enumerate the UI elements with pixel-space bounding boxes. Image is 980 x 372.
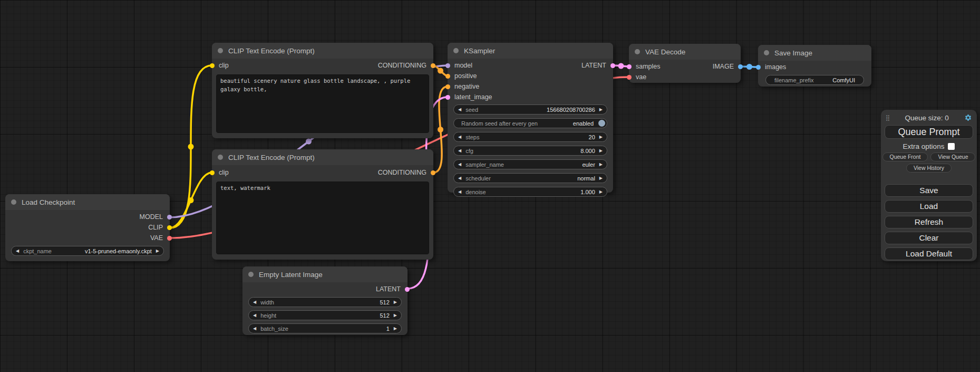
prev-arrow-icon[interactable]: ◀ bbox=[454, 105, 465, 114]
queue-prompt-button[interactable]: Queue Prompt bbox=[885, 125, 973, 139]
filename-prefix-widget[interactable]: filename_prefix ComfyUI bbox=[765, 75, 864, 85]
prev-arrow-icon[interactable]: ◀ bbox=[249, 311, 260, 320]
widget-label: scheduler bbox=[465, 175, 491, 182]
prev-arrow-icon[interactable]: ◀ bbox=[454, 174, 465, 183]
comfyui-canvas[interactable]: { "colors":{ "model":"#B39DDB","clip":"#… bbox=[0, 0, 980, 372]
negative-prompt-textarea[interactable]: text, watermark bbox=[216, 182, 429, 254]
output-label-latent: LATENT bbox=[376, 285, 401, 293]
prev-arrow-icon[interactable]: ◀ bbox=[454, 132, 465, 141]
node-titlebar[interactable]: KSampler bbox=[448, 43, 613, 59]
drag-handle-icon[interactable]: ⣿ bbox=[886, 114, 890, 121]
node-empty-latent-image[interactable]: Empty Latent Image LATENT ◀ width 512 ▶ … bbox=[242, 266, 407, 335]
output-label-model: MODEL bbox=[140, 213, 163, 221]
save-button[interactable]: Save bbox=[885, 184, 973, 197]
view-queue-button[interactable]: View Queue bbox=[930, 152, 975, 161]
output-port-latent[interactable] bbox=[405, 287, 410, 292]
input-port-latent-image[interactable] bbox=[445, 95, 450, 100]
next-arrow-icon[interactable]: ▶ bbox=[595, 132, 607, 141]
prev-arrow-icon[interactable]: ◀ bbox=[249, 298, 260, 307]
node-titlebar[interactable]: VAE Decode bbox=[629, 44, 741, 60]
collapse-dot-icon[interactable] bbox=[635, 49, 640, 54]
next-arrow-icon[interactable]: ▶ bbox=[595, 105, 607, 114]
input-port-vae[interactable] bbox=[627, 75, 632, 80]
prev-arrow-icon[interactable]: ◀ bbox=[454, 160, 465, 169]
node-titlebar[interactable]: CLIP Text Encode (Prompt) bbox=[212, 149, 433, 165]
width-widget[interactable]: ◀ width 512 ▶ bbox=[248, 297, 402, 307]
output-port-clip[interactable] bbox=[167, 225, 172, 230]
load-button[interactable]: Load bbox=[885, 200, 973, 213]
steps-widget[interactable]: ◀ steps 20 ▶ bbox=[453, 132, 607, 142]
input-port-clip[interactable] bbox=[210, 63, 215, 68]
output-port-conditioning[interactable] bbox=[431, 170, 435, 175]
input-port-positive[interactable] bbox=[445, 74, 450, 79]
collapse-dot-icon[interactable] bbox=[453, 48, 459, 53]
refresh-button[interactable]: Refresh bbox=[885, 216, 973, 228]
widget-value: euler bbox=[582, 161, 595, 168]
scheduler-widget[interactable]: ◀ scheduler normal ▶ bbox=[453, 173, 607, 183]
next-arrow-icon[interactable]: ▶ bbox=[595, 146, 607, 155]
queue-panel[interactable]: ⣿ Queue size: 0 Queue Prompt Extra optio… bbox=[881, 110, 977, 261]
clear-button[interactable]: Clear bbox=[885, 232, 973, 244]
widget-label: sampler_name bbox=[465, 161, 504, 168]
input-label-clip: clip bbox=[219, 169, 229, 176]
input-port-samples[interactable] bbox=[627, 64, 632, 69]
input-port-model[interactable] bbox=[445, 63, 450, 68]
load-default-button[interactable]: Load Default bbox=[885, 247, 973, 260]
input-port-images[interactable] bbox=[756, 65, 761, 70]
collapse-dot-icon[interactable] bbox=[218, 155, 223, 160]
node-clip-text-encode-negative[interactable]: CLIP Text Encode (Prompt) clip CONDITION… bbox=[212, 149, 433, 260]
node-titlebar[interactable]: Save Image bbox=[758, 45, 871, 61]
ckpt-name-widget[interactable]: ◀ ckpt_name v1-5-pruned-emaonly.ckpt ▶ bbox=[11, 246, 164, 256]
batch-size-widget[interactable]: ◀ batch_size 1 ▶ bbox=[248, 323, 402, 333]
node-load-checkpoint[interactable]: Load Checkpoint MODEL CLIP VAE ◀ ckpt_na… bbox=[5, 194, 170, 261]
next-arrow-icon[interactable]: ▶ bbox=[390, 298, 401, 307]
positive-prompt-textarea[interactable]: beautiful scenery nature glass bottle la… bbox=[216, 74, 429, 133]
node-title: CLIP Text Encode (Prompt) bbox=[228, 154, 315, 161]
node-titlebar[interactable]: Load Checkpoint bbox=[5, 194, 170, 210]
collapse-dot-icon[interactable] bbox=[218, 48, 223, 53]
settings-gear-icon[interactable] bbox=[964, 113, 972, 122]
next-arrow-icon[interactable]: ▶ bbox=[595, 160, 607, 169]
collapse-dot-icon[interactable] bbox=[248, 272, 254, 277]
output-port-image[interactable] bbox=[738, 64, 743, 69]
node-clip-text-encode-positive[interactable]: CLIP Text Encode (Prompt) clip CONDITION… bbox=[212, 43, 433, 138]
widget-label: ckpt_name bbox=[23, 248, 52, 254]
next-arrow-icon[interactable]: ▶ bbox=[595, 174, 607, 183]
cfg-widget[interactable]: ◀ cfg 8.000 ▶ bbox=[453, 146, 607, 156]
seed-widget[interactable]: ◀ seed 156680208700286 ▶ bbox=[453, 104, 607, 115]
next-arrow-icon[interactable]: ▶ bbox=[152, 246, 163, 255]
height-widget[interactable]: ◀ height 512 ▶ bbox=[248, 310, 402, 320]
node-titlebar[interactable]: CLIP Text Encode (Prompt) bbox=[212, 43, 433, 59]
widget-label: batch_size bbox=[260, 326, 288, 332]
input-port-negative[interactable] bbox=[445, 84, 450, 89]
node-save-image[interactable]: Save Image images filename_prefix ComfyU… bbox=[758, 45, 871, 87]
next-arrow-icon[interactable]: ▶ bbox=[390, 324, 401, 333]
output-port-conditioning[interactable] bbox=[431, 63, 435, 68]
prev-arrow-icon[interactable]: ◀ bbox=[12, 246, 23, 255]
node-titlebar[interactable]: Empty Latent Image bbox=[242, 266, 407, 282]
input-port-clip[interactable] bbox=[210, 170, 215, 175]
output-port-latent[interactable] bbox=[610, 63, 615, 68]
prev-arrow-icon[interactable]: ◀ bbox=[454, 187, 465, 196]
prev-arrow-icon[interactable]: ◀ bbox=[454, 146, 465, 155]
denoise-widget[interactable]: ◀ denoise 1.000 ▶ bbox=[453, 187, 607, 197]
output-port-vae[interactable] bbox=[167, 236, 172, 241]
node-title: Load Checkpoint bbox=[22, 198, 75, 206]
node-vae-decode[interactable]: VAE Decode samples IMAGE vae bbox=[629, 44, 741, 83]
collapse-dot-icon[interactable] bbox=[11, 199, 16, 205]
extra-options-checkbox[interactable] bbox=[948, 143, 955, 150]
node-ksampler[interactable]: KSampler model LATENT positive negative … bbox=[448, 43, 613, 193]
widget-label: width bbox=[260, 299, 274, 306]
view-history-button[interactable]: View History bbox=[906, 164, 952, 173]
prev-arrow-icon[interactable]: ◀ bbox=[249, 324, 260, 333]
next-arrow-icon[interactable]: ▶ bbox=[595, 187, 607, 196]
toggle-dot-icon[interactable] bbox=[598, 120, 605, 127]
output-label-conditioning: CONDITIONING bbox=[378, 62, 426, 69]
collapse-dot-icon[interactable] bbox=[764, 50, 769, 55]
queue-front-button[interactable]: Queue Front bbox=[882, 152, 928, 161]
random-seed-toggle-widget[interactable]: Random seed after every gen enabled bbox=[453, 118, 607, 128]
output-port-model[interactable] bbox=[167, 215, 172, 220]
sampler-name-widget[interactable]: ◀ sampler_name euler ▶ bbox=[453, 159, 607, 169]
node-title: KSampler bbox=[464, 47, 495, 55]
next-arrow-icon[interactable]: ▶ bbox=[390, 311, 401, 320]
